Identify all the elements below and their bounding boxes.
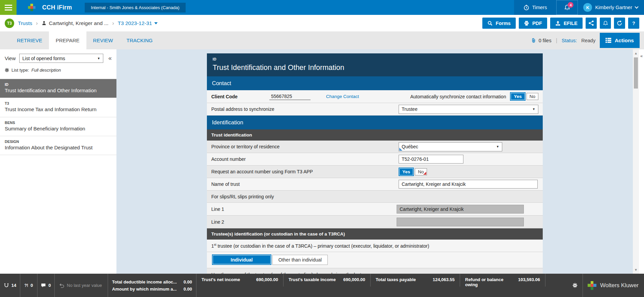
line2-label: Line 2 [211,219,397,225]
wolters-kluwer-logo-icon [28,4,35,11]
line1-label: Line 1 [211,206,397,212]
province-select[interactable]: Québec ▼ [399,142,502,151]
trust-name-label: Name of trust [211,181,399,187]
summary-net-income: Trust's net income690,000.00 [196,274,283,297]
timers-button[interactable]: Timers [514,0,557,15]
summary-taxes-payable: Total taxes payable124,063.55 [371,274,460,297]
postal-address-label: Postal address to synchronize [211,106,399,112]
status-bar: 14 ?! 0 0 No last year value Total deduc… [0,274,644,297]
hamburger-menu-icon[interactable] [0,0,17,15]
help-button[interactable]: ? [628,18,639,29]
printer-icon [524,21,529,26]
trust-name-row: Name of trust [207,178,543,191]
list-type-setting[interactable]: List type: Full description [0,66,116,74]
notification-badge: 4 [568,2,573,8]
line2-input[interactable] [397,218,524,226]
form-code: ID [213,57,537,61]
subsection-trustee-identification: Trustee(s) identification (or custodian … [207,228,543,240]
client-code-row: Client Code Change Contact Automatically… [207,90,543,103]
wolters-kluwer-logo-icon [588,281,596,290]
breadcrumb-client[interactable]: Cartwright, Kreiger and ... [42,20,109,26]
tab-tracking[interactable]: TRACKING [120,31,160,49]
subsection-trust-identification: Trust identification [207,129,543,141]
bell-icon [603,21,608,26]
province-label: Province or territory of residence [211,144,399,149]
comments-counter[interactable]: 0 [37,274,54,297]
last-year-value[interactable]: No last year value [55,274,108,297]
auto-sync-yes-button[interactable]: Yes [511,93,525,100]
request-no-button[interactable]: No [415,168,427,175]
account-number-input[interactable] [399,155,463,164]
form-item-bens[interactable]: BENS Summary of Beneficiary Information [0,117,116,136]
form-item-design[interactable]: DESIGN Information About the Designated … [0,136,116,155]
top-bar: CCH iFirm Internal - Smith Jones & Assoc… [0,0,644,15]
efile-button[interactable]: EFILE [550,18,583,29]
other-than-individual-button[interactable]: Other than individual [272,255,328,265]
summary-taxable-income: Trust's taxable income690,000.00 [284,274,370,297]
change-contact-link[interactable]: Change Contact [326,94,359,99]
select-arrow-icon: ▼ [532,107,535,111]
notifications-button[interactable]: 4 [556,0,578,15]
refresh-button[interactable] [614,18,625,29]
breadcrumb-separator-icon: › [36,20,37,26]
tab-review[interactable]: REVIEW [86,31,120,49]
request-account-row: Request an account number using Form T3 … [207,166,543,178]
share-button[interactable] [586,18,597,29]
postal-address-select[interactable]: Trustee ▼ [399,105,538,114]
alerts-button[interactable] [600,18,611,29]
status-value: Ready [581,38,595,43]
individual-button[interactable]: Individual [213,255,271,264]
line1-row: Line 1 [207,203,543,216]
form-viewport: ID Trust Identification and Other Inform… [116,49,633,274]
attached-files[interactable]: 0 files [531,38,552,43]
form-list: ID Trust Identification and Other Inform… [0,79,116,155]
list-type-label: List type: [11,68,29,73]
trustee-type-toggle: Individual Other than individual [211,253,328,267]
scrollbar-thumb[interactable] [634,57,638,89]
request-yes-button[interactable]: Yes [399,168,413,175]
trust-name-input[interactable] [399,180,538,189]
form-header: ID Trust Identification and Other Inform… [207,53,543,76]
diagnostics-icon [4,283,9,288]
module-badge: T3 [5,19,14,28]
scroll-down-icon[interactable]: ▼ [633,268,639,272]
request-account-toggle: Yes No [399,168,427,176]
auto-sync-no-button[interactable]: No [527,93,538,100]
forms-button[interactable]: Forms [482,18,516,29]
first-trustee-row: 1st trustee (or custodian in the case of… [207,240,543,252]
select-arrow-icon: ▼ [97,57,100,60]
diagnostics-counter[interactable]: 14 [0,274,20,297]
right-panel-collapse-icon[interactable]: « [639,53,644,58]
auto-sync-label: Automatically synchronize contact inform… [410,94,506,99]
return-selector[interactable]: T3 2023-12-31 [118,20,158,26]
tab-prepare[interactable]: PREPARE [49,31,86,49]
page-title: Trust Identification and Other Informati… [213,64,537,72]
select-arrow-icon: ▼ [496,145,499,148]
overrides-counter[interactable]: ?! 0 [20,274,37,297]
scroll-up-icon[interactable]: ▲ [633,51,639,55]
client-code-label: Client Code [211,94,269,99]
actions-button[interactable]: Actions [600,33,640,48]
form-item-t3[interactable]: T3 Trust Income Tax and Information Retu… [0,98,116,117]
overrides-icon: ?! [24,283,28,288]
form-panel: ID Trust Identification and Other Inform… [207,53,543,274]
account-number-label: Account number [211,156,399,162]
toolbar: Forms PDF EFILE ? [482,18,639,29]
avatar: K [583,3,592,12]
form-item-id[interactable]: ID Trust Identification and Other Inform… [0,79,116,98]
sidebar-collapse-icon[interactable]: « [107,55,113,62]
breadcrumb-module-link[interactable]: Trusts [18,20,32,26]
view-select[interactable]: List of opened forms ▼ [19,54,103,63]
pdf-button[interactable]: PDF [519,18,547,29]
person-icon [42,21,47,26]
line1-input[interactable] [397,205,524,214]
summary-refund-owing: Refund or balance owing103,593.06 [460,274,545,297]
tab-retrieve[interactable]: RETRIEVE [10,31,49,49]
statusbar-settings-button[interactable] [567,274,583,297]
tenant-selector[interactable]: Internal - Smith Jones & Associates (Can… [85,3,185,13]
recycle-icon [617,20,622,26]
client-code-input[interactable] [269,93,311,100]
user-menu[interactable]: K Kimberly Gartner [578,0,644,15]
upload-icon [555,21,561,26]
request-account-label: Request an account number using Form T3 … [211,169,399,174]
